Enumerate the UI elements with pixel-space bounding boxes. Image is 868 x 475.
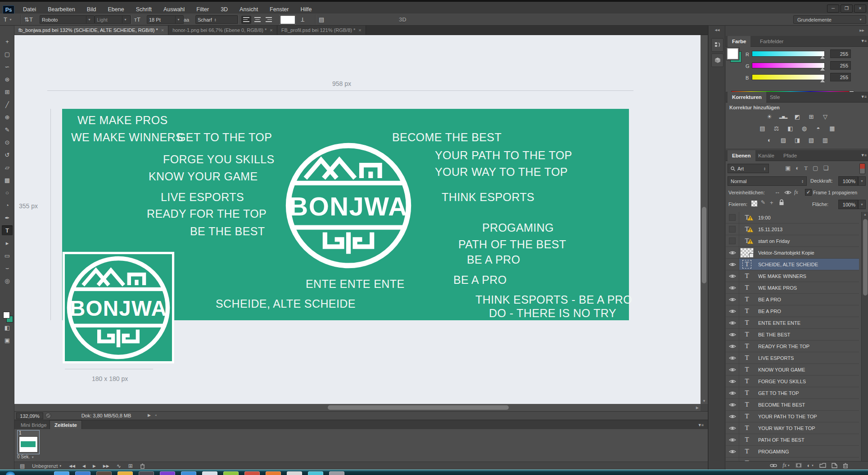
curves-icon[interactable]: ◩ [792, 112, 802, 121]
posterize-icon[interactable]: ▨ [778, 136, 788, 144]
quick-selection-tool[interactable]: ⊛ [2, 74, 13, 84]
anti-alias-select[interactable]: Scharf ▲▼ [195, 15, 238, 24]
menu-bearbeiten[interactable]: Bearbeiten [42, 6, 81, 13]
foreground-color-swatch[interactable] [3, 312, 10, 318]
layer-row-know-your-game-13[interactable]: TKNOW YOUR GAME [726, 364, 859, 376]
path-selection-tool[interactable]: ▸ [2, 238, 13, 248]
tab-zeitleiste[interactable]: Zeitleiste [50, 420, 82, 430]
shape-tool[interactable]: ▭ [2, 251, 13, 260]
layer-visibility-toggle[interactable] [726, 387, 739, 399]
horizontal-scrollbar[interactable]: ▶ [14, 404, 701, 411]
opacity-dropdown-icon[interactable]: ▼ [858, 176, 866, 186]
layer-visibility-toggle[interactable] [726, 259, 739, 270]
layer-visibility-toggle[interactable] [726, 364, 739, 375]
lock-transparency-icon[interactable] [751, 200, 758, 207]
channel-r-slider[interactable] [752, 51, 825, 57]
history-brush-tool[interactable]: ↺ [2, 150, 13, 160]
vertical-scrollbar[interactable]: ▼ [701, 35, 708, 404]
shape-layer-filter-icon[interactable]: ▢ [813, 165, 818, 172]
taskbar-app-icon-8[interactable] [202, 471, 217, 475]
layer-row-path-of-the-best-19[interactable]: TPATH OF THE BEST [726, 434, 859, 446]
fill-field[interactable]: 100% [838, 200, 858, 209]
taskbar-app-icon-1[interactable] [54, 471, 69, 475]
unify-visibility-icon[interactable] [784, 190, 791, 195]
loop-option-select[interactable]: Unbegrenzt▼ [29, 463, 64, 469]
channel-g-slider-handle[interactable] [820, 67, 825, 71]
eraser-tool[interactable]: ▱ [2, 162, 13, 172]
zoom-tool[interactable]: ◎ [2, 276, 13, 286]
levels-icon[interactable]: ▂▅▂ [778, 112, 788, 121]
font-family-select[interactable]: Roboto ▼ [40, 15, 95, 24]
tab-pfade[interactable]: Pfade [779, 150, 801, 161]
panel-menu-icon[interactable]: ▼≡ [861, 39, 866, 43]
layer-row-progaming-20[interactable]: TPROGAMING [726, 446, 859, 457]
animation-frame-1[interactable]: 1 [17, 430, 40, 454]
layer-row-19-00-0[interactable]: T19:00 [726, 212, 859, 224]
delete-layer-button[interactable] [843, 463, 848, 468]
layer-visibility-toggle[interactable] [726, 422, 739, 434]
screen-mode-tool[interactable]: ▣ [2, 335, 13, 345]
new-adjustment-layer-button[interactable]: ◐▼ [807, 462, 814, 469]
menu-3d[interactable]: 3D [215, 6, 234, 13]
layer-visibility-toggle[interactable] [726, 376, 739, 387]
foreground-color-swatch[interactable] [727, 48, 739, 60]
layer-row-be-the-best-10[interactable]: TBE THE BEST [726, 329, 859, 341]
channel-b-slider-handle[interactable] [820, 79, 825, 82]
channel-r-field[interactable]: 255 [830, 49, 851, 58]
panel-menu-icon[interactable]: ▼≡ [861, 153, 866, 157]
taskbar-app-icon-14[interactable] [329, 471, 344, 475]
taskbar-app-icon-6[interactable] [160, 471, 175, 475]
font-size-select[interactable]: 18 Pt ▼ [147, 15, 184, 24]
tool-preset-picker[interactable]: T ▼ [4, 15, 12, 24]
layer-row-be-a-pro-8[interactable]: TBE A PRO [726, 305, 859, 317]
layers-scrollbar[interactable]: ▲ ▼ [861, 212, 868, 469]
scroll-up-icon[interactable]: ▲ [863, 213, 867, 216]
layer-visibility-toggle[interactable] [726, 399, 739, 410]
vibrance-icon[interactable]: ▽ [820, 112, 830, 121]
layer-row-your-path-to-the-top-17[interactable]: TYOUR PATH TO THE TOP [726, 411, 859, 422]
dodge-tool[interactable]: ◔ [2, 200, 13, 210]
adjustment-layer-filter-icon[interactable]: ◐ [796, 165, 799, 172]
document-tab-2[interactable]: honor-1.png bei 66,7% (Ebene 0, RGB/8) *… [168, 26, 277, 35]
panel-menu-icon[interactable]: ▼≡ [861, 94, 866, 99]
layer-visibility-toggle[interactable] [726, 282, 739, 293]
layer-visibility-toggle[interactable] [726, 341, 739, 352]
layer-visibility-toggle[interactable] [726, 434, 739, 445]
restore-button[interactable]: ❐ [841, 4, 853, 13]
document-tab-1[interactable]: fb_bonjwa.psd bei 132% (SCHEIDE, ALTE SC… [14, 26, 168, 35]
hand-tool[interactable]: ⌣ [2, 263, 13, 273]
menu-hilfe[interactable]: Hilfe [295, 6, 318, 13]
properties-panel-button[interactable] [711, 54, 723, 67]
menu-ansicht[interactable]: Ansicht [234, 6, 264, 13]
channel-b-slider[interactable] [752, 74, 825, 80]
lock-pixels-icon[interactable]: ✎ [761, 199, 765, 206]
healing-brush-tool[interactable]: ⊕ [2, 112, 13, 122]
channel-g-field[interactable]: 255 [830, 61, 851, 70]
toggle-panels-button[interactable]: ▤ [319, 15, 324, 24]
selective-color-icon[interactable]: ▧ [806, 136, 816, 144]
layer-style-button[interactable]: fx▼ [782, 462, 790, 469]
layers-scroll-thumb[interactable] [863, 219, 868, 296]
delete-frame-button[interactable] [137, 463, 148, 469]
tab-kanaele[interactable]: Kanäle [754, 150, 779, 161]
type-tool[interactable]: T [2, 225, 13, 235]
horizontal-scroll-thumb[interactable] [328, 405, 509, 410]
quick-mask-tool[interactable]: ◧ [2, 323, 13, 332]
tab-stile[interactable]: Stile [765, 92, 784, 103]
start-button[interactable] [5, 471, 15, 475]
document-tab-3[interactable]: FB_profil.psd bei 121% (RGB/8) *× [277, 26, 366, 35]
layer-visibility-toggle[interactable] [726, 329, 739, 340]
close-tab-icon[interactable]: × [358, 27, 361, 33]
layer-row-forge-you-skills-14[interactable]: TFORGE YOU SKILLS [726, 376, 859, 387]
layer-visibility-toggle[interactable] [726, 247, 739, 258]
crop-tool[interactable]: ⊞ [2, 87, 13, 97]
menu-auswahl[interactable]: Auswahl [158, 6, 190, 13]
layer-row-become-the-best-16[interactable]: TBECOME THE BEST [726, 399, 859, 411]
scroll-down-icon[interactable]: ▼ [702, 399, 706, 403]
play-button[interactable]: ▶ [90, 464, 99, 468]
layer-visibility-toggle[interactable] [726, 294, 739, 305]
minimize-button[interactable]: ─ [827, 4, 839, 13]
unify-style-icon[interactable]: fx [794, 189, 798, 196]
zoom-level-field[interactable]: 132,09% [16, 412, 43, 419]
channel-mixer-icon[interactable]: ◓ [814, 124, 823, 132]
